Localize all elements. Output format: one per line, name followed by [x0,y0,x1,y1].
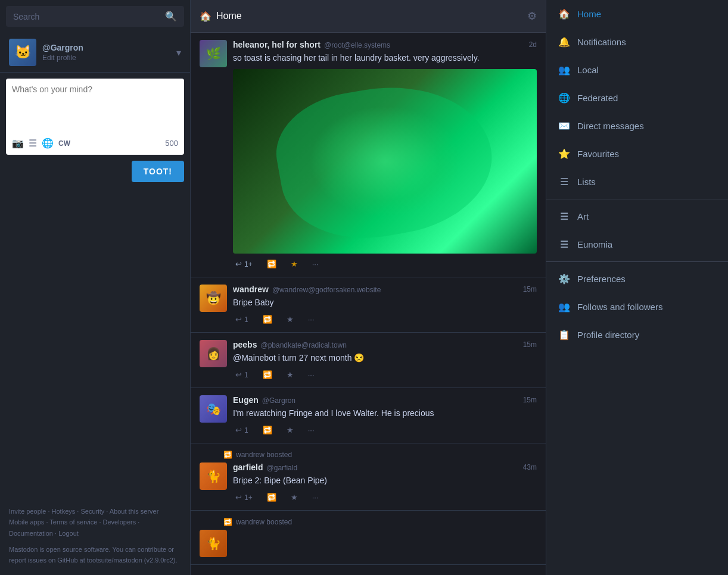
terms-link[interactable]: Terms of service [49,518,97,526]
post-text: Bripe Baby [233,296,537,309]
post-actions: ↩ 1+ 🔁 ★ ··· [233,258,537,270]
home-icon: 🏠 [558,8,570,20]
post-meta: peebs @pbandkate@radical.town 15m [233,340,537,349]
post-header: 🌿 heleanor, hel for short @root@elle.sys… [200,40,537,270]
reply-button[interactable]: ↩ 1+ [233,258,255,270]
reply-button[interactable]: ↩ 1 [233,314,251,325]
post-handle: @pbandkate@radical.town [260,341,346,349]
nav-divider-2 [546,261,728,262]
sidebar-item-follows-and-followers[interactable]: 👥 Follows and followers [546,293,728,321]
boost-button[interactable]: 🔁 [265,258,279,270]
right-sidebar: 🏠 Home 🔔 Notifications 👥 Local 🌐 Federat… [546,0,728,575]
table-row: 🔁 wandrew boosted 🐈 [191,511,546,565]
sidebar-item-profile-directory[interactable]: 📋 Profile directory [546,321,728,349]
sidebar-item-local[interactable]: 👥 Local [546,56,728,84]
reply-button[interactable]: ↩ 1+ [233,492,255,503]
post-content: wandrew @wandrew@godforsaken.website 15m… [233,285,537,325]
post-actions: ↩ 1 🔁 ★ ··· [233,424,537,436]
security-link[interactable]: Security [80,508,104,515]
post-author: Eugen @Gargron [233,395,295,405]
invite-people-link[interactable]: Invite people [9,508,46,515]
sidebar-item-label: Eunomia [577,239,612,249]
bell-icon: 🔔 [558,36,570,48]
sidebar-item-label: Follows and followers [577,302,662,312]
sidebar-item-lists[interactable]: ☰ Lists [546,168,728,196]
profile-dropdown-button[interactable]: ▾ [176,47,181,58]
documentation-link[interactable]: Documentation [9,530,53,537]
sidebar-item-home[interactable]: 🏠 Home [546,0,728,28]
hotkeys-link[interactable]: Hotkeys [52,508,76,515]
favourite-button[interactable]: ★ [288,258,300,270]
feed-title: 🏠 Home [200,11,242,22]
post-handle: @wandrew@godforsaken.website [272,286,381,294]
more-button[interactable]: ··· [306,424,317,436]
post-content [233,530,537,532]
compose-privacy-button[interactable]: 🌐 [42,138,54,149]
avatar: 🎭 [200,395,227,423]
search-input[interactable] [13,12,165,21]
post-text: so toast is chasing her tail in her laun… [233,52,537,64]
search-bar: 🔍 [6,6,184,27]
compose-format-button[interactable]: ☰ [29,138,37,149]
favourite-button[interactable]: ★ [284,424,296,436]
sidebar-item-label: Notifications [577,37,626,47]
boost-by: wandrew boosted [236,518,292,526]
profile-username: @Gargron [42,43,170,52]
reply-button[interactable]: ↩ 1 [233,369,251,380]
post-time: 2d [529,40,537,49]
cat-image [233,69,537,254]
more-button[interactable]: ··· [306,314,317,325]
edit-profile-link[interactable]: Edit profile [42,54,76,62]
profile-section: 🐱 @Gargron Edit profile ▾ [0,33,190,73]
sidebar-item-art[interactable]: ☰ Art [546,202,728,230]
avatar: 👩 [200,340,227,367]
boost-button[interactable]: 🔁 [260,369,275,380]
post-author: garfield @garfiald [233,462,297,472]
compose-image-button[interactable]: 📷 [12,138,24,149]
sidebar-item-label: Art [577,211,589,221]
repo-link[interactable]: tootsuite/mastodon [87,557,142,564]
sidebar-item-preferences[interactable]: ⚙️ Preferences [546,265,728,293]
post-time: 15m [523,285,537,293]
feed-settings-button[interactable]: ⚙ [527,10,537,23]
boost-button[interactable]: 🔁 [260,424,275,436]
compose-textarea[interactable] [12,85,178,132]
post-handle: @Gargron [262,396,295,405]
post-author: wandrew @wandrew@godforsaken.website [233,285,381,294]
favourite-button[interactable]: ★ [284,314,296,325]
more-button[interactable]: ··· [310,492,321,503]
left-sidebar: 🔍 🐱 @Gargron Edit profile ▾ 📷 ☰ 🌐 CW 500… [0,0,191,575]
sidebar-item-notifications[interactable]: 🔔 Notifications [546,28,728,56]
boost-button[interactable]: 🔁 [260,314,275,325]
developers-link[interactable]: Developers [103,518,136,526]
boost-button[interactable]: 🔁 [265,492,279,503]
mail-icon: ✉️ [558,120,570,132]
mobile-apps-link[interactable]: Mobile apps [9,518,44,526]
sidebar-item-direct-messages[interactable]: ✉️ Direct messages [546,112,728,140]
compose-cw-button[interactable]: CW [58,139,70,148]
sidebar-item-favourites[interactable]: ⭐ Favourites [546,140,728,168]
favourite-button[interactable]: ★ [284,369,296,380]
post-content: Eugen @Gargron 15m I'm rewatching Fringe… [233,395,537,436]
sidebar-item-federated[interactable]: 🌐 Federated [546,84,728,112]
post-text: Bripe 2: Bipe (Bean Pipe) [233,474,537,487]
sidebar-item-eunomia[interactable]: ☰ Eunomia [546,230,728,258]
more-button[interactable]: ··· [310,258,321,270]
post-meta: wandrew @wandrew@godforsaken.website 15m [233,285,537,294]
feed-header: 🏠 Home ⚙ [191,0,546,33]
boost-label: 🔁 wandrew boosted [200,518,537,526]
list-icon-eunomia: ☰ [558,239,570,250]
post-header: 👩 peebs @pbandkate@radical.town 15m @Mai… [200,340,537,380]
toot-button[interactable]: TOOT! [132,161,184,182]
about-link[interactable]: About this server [110,508,159,515]
more-button[interactable]: ··· [306,369,317,380]
search-button[interactable]: 🔍 [165,11,177,22]
post-meta: heleanor, hel for short @root@elle.syste… [233,40,537,49]
post-author: heleanor, hel for short @root@elle.syste… [233,40,390,49]
footer-links: Invite people · Hotkeys · Security · Abo… [9,506,181,539]
favourite-button[interactable]: ★ [288,492,300,503]
people-icon: 👥 [558,64,570,76]
reply-button[interactable]: ↩ 1 [233,424,251,436]
logout-link[interactable]: Logout [58,530,79,537]
table-row: 🌿 heleanor, hel for short @root@elle.sys… [191,33,546,277]
